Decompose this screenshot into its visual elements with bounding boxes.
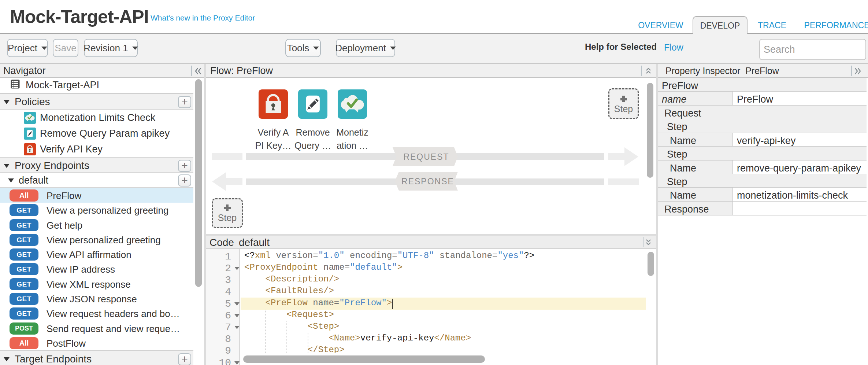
svg-text:RESPONSE: RESPONSE: [401, 177, 454, 186]
svg-text:REQUEST: REQUEST: [403, 152, 449, 162]
